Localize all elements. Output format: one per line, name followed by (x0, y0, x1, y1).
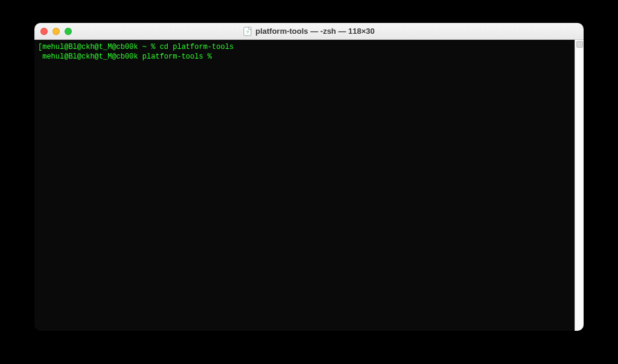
cursor (216, 53, 220, 61)
terminal-body: [mehul@Bl@ckh@t_M@cb00k ~ % cd platform-… (34, 40, 584, 331)
prompt-cwd: platform-tools (142, 53, 203, 61)
maximize-button[interactable] (65, 28, 72, 35)
svg-text:?: ? (246, 30, 249, 35)
terminal-line: mehul@Bl@ckh@t_M@cb00k platform-tools % (38, 52, 571, 62)
titlebar[interactable]: ? platform-tools — -zsh — 118×30 (34, 23, 584, 40)
terminal-line: [mehul@Bl@ckh@t_M@cb00k ~ % cd platform-… (38, 42, 571, 52)
scrollbar[interactable] (575, 40, 584, 331)
title-wrap: ? platform-tools — -zsh — 118×30 (34, 27, 584, 36)
window-title: platform-tools — -zsh — 118×30 (255, 27, 375, 36)
traffic-lights (40, 28, 72, 35)
close-button[interactable] (40, 28, 48, 35)
prompt-userhost: mehul@Bl@ckh@t_M@cb00k (42, 43, 138, 51)
minimize-button[interactable] (53, 28, 60, 35)
folder-icon: ? (243, 27, 252, 36)
prompt-sep: % (147, 43, 160, 51)
prompt-userhost: mehul@Bl@ckh@t_M@cb00k (42, 53, 138, 61)
prompt-sep: % (203, 53, 217, 61)
command-text: cd platform-tools (160, 43, 234, 51)
terminal-window: ? platform-tools — -zsh — 118×30 [mehul@… (34, 23, 584, 331)
svg-rect-0 (244, 27, 251, 36)
prompt-cwd: ~ (142, 43, 147, 51)
terminal-content[interactable]: [mehul@Bl@ckh@t_M@cb00k ~ % cd platform-… (34, 40, 575, 331)
scrollbar-top-icon[interactable] (576, 41, 583, 48)
